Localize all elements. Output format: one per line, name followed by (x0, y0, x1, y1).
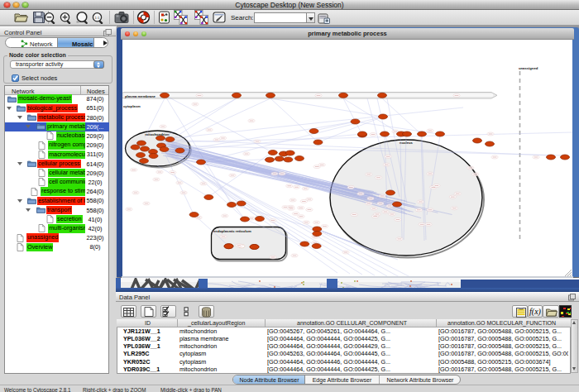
svg-text:unassigned: unassigned (519, 66, 538, 70)
svg-text:nucleus: nucleus (400, 141, 413, 145)
svg-text:1:1: 1:1 (95, 16, 101, 20)
svg-text:plasma membrane: plasma membrane (125, 94, 156, 98)
svg-text:endoplasmic reticulum: endoplasmic reticulum (213, 229, 251, 233)
svg-text:cytoplasm: cytoplasm (123, 104, 141, 108)
